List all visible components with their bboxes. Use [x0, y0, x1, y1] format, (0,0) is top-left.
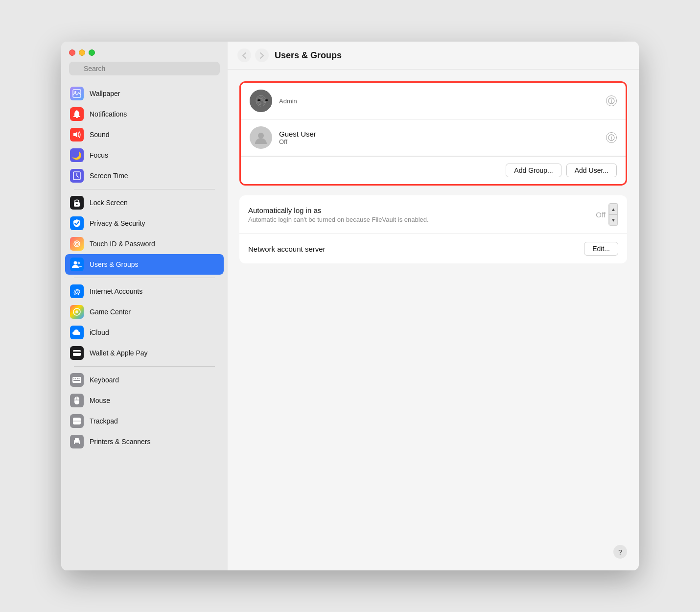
- svg-point-14: [74, 261, 77, 265]
- add-user-button[interactable]: Add User...: [566, 164, 617, 177]
- search-input[interactable]: [69, 62, 220, 75]
- guest-user-row: Guest User Off: [241, 119, 626, 156]
- icloud-icon: [70, 326, 84, 339]
- help-button[interactable]: ?: [613, 545, 627, 559]
- printers-icon: [70, 435, 84, 448]
- sidebar-item-focus[interactable]: 🌙 Focus: [65, 145, 224, 165]
- stepper-up[interactable]: ▲: [609, 204, 618, 214]
- sidebar-item-users[interactable]: Users & Groups: [65, 254, 224, 275]
- auto-login-content: Automatically log in as Automatic login …: [248, 206, 589, 223]
- admin-user-row: Admin: [241, 83, 626, 119]
- back-button[interactable]: [237, 48, 251, 62]
- svg-point-41: [611, 99, 611, 99]
- sidebar-item-label: Screen Time: [90, 172, 128, 180]
- sidebar-item-label: Game Center: [90, 308, 131, 316]
- sidebar-item-screentime[interactable]: Screen Time: [65, 165, 224, 186]
- sidebar-item-label: Keyboard: [90, 376, 119, 384]
- mouse-icon: [70, 394, 84, 407]
- auto-login-value: Off: [596, 211, 606, 219]
- focus-icon: 🌙: [70, 148, 84, 162]
- users-icon: [70, 258, 84, 271]
- sidebar-item-label: Sound: [90, 131, 109, 139]
- sidebar-item-gamecenter[interactable]: Game Center: [65, 302, 224, 322]
- sidebar-divider-2: [74, 278, 215, 278]
- sidebar-item-notifications[interactable]: Notifications: [65, 104, 224, 124]
- svg-point-34: [79, 442, 80, 443]
- sidebar-item-sound[interactable]: Sound: [65, 124, 224, 145]
- guest-info-button[interactable]: [606, 132, 617, 143]
- svg-rect-32: [75, 438, 79, 440]
- guest-status: Off: [279, 138, 599, 145]
- users-panel: Admin: [239, 81, 627, 186]
- users-actions: Add Group... Add User...: [241, 156, 626, 184]
- close-button[interactable]: [69, 49, 75, 56]
- maximize-button[interactable]: [89, 49, 95, 56]
- network-account-row: Network account server Edit...: [239, 234, 627, 263]
- main-header: Users & Groups: [228, 42, 639, 70]
- sidebar-item-mouse[interactable]: Mouse: [65, 390, 224, 411]
- sidebar-item-label: Users & Groups: [90, 260, 139, 268]
- auto-login-title: Automatically log in as: [248, 206, 589, 214]
- svg-point-10: [76, 204, 78, 205]
- admin-info-button[interactable]: [606, 95, 617, 106]
- sidebar-item-icloud[interactable]: iCloud: [65, 322, 224, 343]
- minimize-button[interactable]: [79, 49, 85, 56]
- stepper-down[interactable]: ▼: [609, 214, 618, 225]
- guest-avatar: [250, 126, 272, 149]
- network-account-control: Edit...: [584, 242, 618, 256]
- sidebar-item-label: Printers & Scanners: [90, 438, 151, 446]
- sidebar-item-touchid[interactable]: Touch ID & Password: [65, 234, 224, 254]
- sidebar-item-label: Lock Screen: [90, 199, 128, 207]
- sidebar-item-label: Mouse: [90, 397, 110, 404]
- sidebar-item-label: Touch ID & Password: [90, 240, 155, 248]
- forward-button[interactable]: [255, 48, 269, 62]
- sidebar-item-wallpaper[interactable]: Wallpaper: [65, 83, 224, 104]
- auto-login-subtitle: Automatic login can't be turned on becau…: [248, 216, 589, 223]
- notifications-icon: [70, 107, 84, 121]
- sidebar-item-privacy[interactable]: Privacy & Security: [65, 213, 224, 234]
- sidebar-item-lockscreen[interactable]: Lock Screen: [65, 192, 224, 213]
- svg-rect-26: [73, 380, 80, 381]
- svg-line-8: [77, 176, 78, 177]
- sidebar-item-label: Focus: [90, 151, 108, 159]
- sidebar-item-label: Internet Accounts: [90, 287, 142, 295]
- internet-icon: @: [70, 284, 84, 298]
- sidebar-item-label: Trackpad: [90, 417, 118, 425]
- keyboard-icon: [70, 373, 84, 387]
- sidebar-item-wallet[interactable]: Wallet & Apple Pay: [65, 343, 224, 363]
- sidebar-item-keyboard[interactable]: Keyboard: [65, 370, 224, 390]
- sidebar-item-printers[interactable]: Printers & Scanners: [65, 431, 224, 452]
- page-title: Users & Groups: [275, 50, 342, 61]
- titlebar: [61, 42, 228, 62]
- privacy-icon: [70, 216, 84, 230]
- auto-login-stepper[interactable]: ▲ ▼: [608, 203, 618, 226]
- sound-icon: [70, 128, 84, 141]
- svg-rect-22: [73, 378, 74, 379]
- svg-rect-19: [73, 352, 81, 353]
- trackpad-icon: [70, 414, 84, 428]
- svg-point-17: [75, 310, 78, 313]
- svg-rect-37: [261, 99, 265, 101]
- sidebar-item-label: iCloud: [90, 329, 109, 336]
- svg-rect-20: [78, 353, 80, 355]
- sidebar-item-label: Notifications: [90, 110, 127, 118]
- svg-point-35: [250, 90, 272, 112]
- svg-rect-38: [265, 99, 268, 101]
- admin-avatar: [250, 90, 272, 112]
- main-content: Users & Groups: [228, 42, 639, 570]
- svg-rect-4: [76, 117, 78, 118]
- main-body: Admin: [228, 70, 639, 570]
- sidebar-item-internet[interactable]: @ Internet Accounts: [65, 281, 224, 302]
- svg-point-42: [258, 133, 264, 139]
- sidebar-item-trackpad[interactable]: Trackpad: [65, 411, 224, 431]
- admin-role: Admin: [279, 97, 599, 105]
- lockscreen-icon: [70, 196, 84, 210]
- edit-button[interactable]: Edit...: [584, 242, 618, 256]
- guest-user-info: Guest User Off: [279, 130, 599, 145]
- guest-name: Guest User: [279, 130, 599, 138]
- gamecenter-icon: [70, 305, 84, 319]
- add-group-button[interactable]: Add Group...: [506, 164, 561, 177]
- sidebar-divider-1: [74, 189, 215, 189]
- sidebar-list: Wallpaper Notifications: [61, 81, 228, 570]
- svg-point-15: [78, 262, 80, 264]
